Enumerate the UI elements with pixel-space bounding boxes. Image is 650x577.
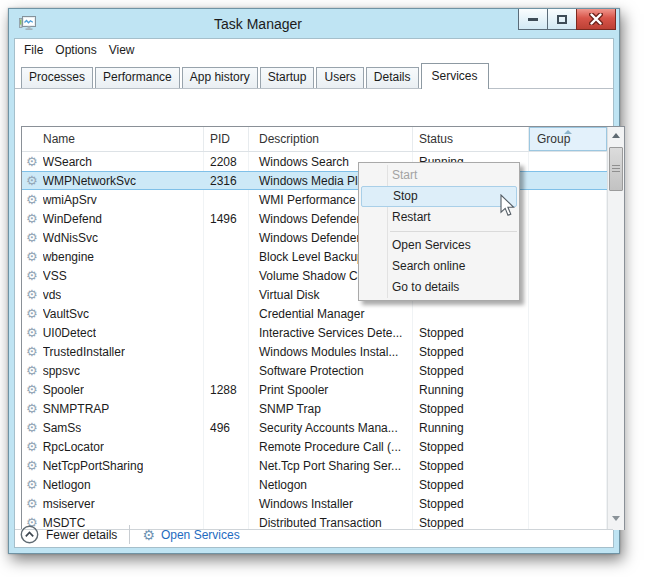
pid-cell xyxy=(204,304,249,323)
group-cell xyxy=(529,266,607,285)
description-cell: Interactive Services Dete... xyxy=(249,323,413,342)
table-row[interactable]: ⚙NetlogonNetlogonStopped xyxy=(22,475,607,494)
service-gear-icon: ⚙ xyxy=(26,193,38,206)
pid-cell xyxy=(204,361,249,380)
tab-services[interactable]: Services xyxy=(421,63,489,89)
group-cell xyxy=(529,418,607,437)
sort-ascending-icon xyxy=(564,130,572,134)
title-bar[interactable]: Task Manager xyxy=(9,9,619,38)
service-gear-icon: ⚙ xyxy=(26,364,38,377)
context-menu-item-stop[interactable]: Stop xyxy=(361,186,517,207)
service-name: WinDefend xyxy=(43,212,102,226)
context-menu-item-restart[interactable]: Restart xyxy=(359,207,519,228)
pid-cell xyxy=(204,266,249,285)
description-cell: Netlogon xyxy=(249,475,413,494)
service-name: Spooler xyxy=(43,383,84,397)
pid-cell xyxy=(204,399,249,418)
context-menu-item-search-online[interactable]: Search online xyxy=(359,256,519,277)
service-name: WMPNetworkSvc xyxy=(43,174,136,188)
group-cell xyxy=(529,361,607,380)
window-title: Task Manager xyxy=(9,16,507,32)
tab-processes[interactable]: Processes xyxy=(21,67,93,88)
scroll-up-button[interactable] xyxy=(608,127,624,144)
pid-cell xyxy=(204,247,249,266)
table-row[interactable]: ⚙Spooler1288Print SpoolerRunning xyxy=(22,380,607,399)
tab-details[interactable]: Details xyxy=(366,67,419,88)
status-cell: Stopped xyxy=(413,361,529,380)
name-cell: ⚙WinDefend xyxy=(22,209,204,228)
column-header-name[interactable]: Name xyxy=(22,127,204,151)
fewer-details-button[interactable]: Fewer details xyxy=(20,525,117,544)
tab-users[interactable]: Users xyxy=(316,67,363,88)
description-cell: Credential Manager xyxy=(249,304,413,323)
table-row[interactable]: ⚙TrustedInstallerWindows Modules Instal.… xyxy=(22,342,607,361)
service-name: wmiApSrv xyxy=(43,193,97,207)
minimize-icon xyxy=(528,18,538,21)
status-cell: Stopped xyxy=(413,456,529,475)
table-row[interactable]: ⚙UI0DetectInteractive Services Dete...St… xyxy=(22,323,607,342)
name-cell: ⚙WdNisSvc xyxy=(22,228,204,247)
scrollbar-thumb[interactable] xyxy=(609,147,623,191)
client-area: FileOptionsView ProcessesPerformanceApp … xyxy=(14,38,614,548)
group-cell xyxy=(529,247,607,266)
scroll-down-button[interactable] xyxy=(608,510,624,527)
name-cell: ⚙Netlogon xyxy=(22,475,204,494)
table-row[interactable]: ⚙SNMPTRAPSNMP TrapStopped xyxy=(22,399,607,418)
maximize-button[interactable] xyxy=(547,9,577,30)
status-bar: Fewer details ⚙ Open Services xyxy=(15,529,613,547)
service-gear-icon: ⚙ xyxy=(26,174,38,187)
column-header-status[interactable]: Status xyxy=(413,127,529,151)
column-header-group[interactable]: Group xyxy=(529,127,607,151)
service-gear-icon: ⚙ xyxy=(26,288,38,301)
name-cell: ⚙SNMPTRAP xyxy=(22,399,204,418)
status-cell: Stopped xyxy=(413,399,529,418)
group-cell xyxy=(529,228,607,247)
group-cell xyxy=(529,456,607,475)
column-header-label: Status xyxy=(419,132,453,146)
gear-icon: ⚙ xyxy=(142,528,155,542)
minimize-button[interactable] xyxy=(518,9,548,30)
close-button[interactable] xyxy=(576,9,616,30)
table-row[interactable]: ⚙RpcLocatorRemote Procedure Call (...Sto… xyxy=(22,437,607,456)
table-row[interactable]: ⚙VaultSvcCredential Manager xyxy=(22,304,607,323)
table-row[interactable]: ⚙NetTcpPortSharingNet.Tcp Port Sharing S… xyxy=(22,456,607,475)
table-row[interactable]: ⚙msiserverWindows InstallerStopped xyxy=(22,494,607,513)
arrow-down-icon xyxy=(612,516,620,521)
tab-app-history[interactable]: App history xyxy=(182,67,258,88)
mouse-cursor xyxy=(500,194,515,217)
menu-options[interactable]: Options xyxy=(49,42,102,61)
column-header-description[interactable]: Description xyxy=(249,127,413,151)
group-cell xyxy=(529,190,607,209)
table-row[interactable]: ⚙SamSs496Security Accounts Mana...Runnin… xyxy=(22,418,607,437)
context-menu-item-go-to-details[interactable]: Go to details xyxy=(359,277,519,298)
service-gear-icon: ⚙ xyxy=(26,345,38,358)
open-services-link[interactable]: ⚙ Open Services xyxy=(142,528,239,542)
context-menu-item-open-services[interactable]: Open Services xyxy=(359,235,519,256)
pid-cell xyxy=(204,190,249,209)
service-name: WSearch xyxy=(43,155,92,169)
service-gear-icon: ⚙ xyxy=(26,326,38,339)
column-header-label: Description xyxy=(259,132,319,146)
group-cell xyxy=(529,437,607,456)
tab-performance[interactable]: Performance xyxy=(95,67,180,88)
open-services-label: Open Services xyxy=(161,528,240,542)
service-name: RpcLocator xyxy=(43,440,104,454)
pid-cell xyxy=(204,494,249,513)
description-cell: Software Protection xyxy=(249,361,413,380)
service-gear-icon: ⚙ xyxy=(26,307,38,320)
group-cell xyxy=(529,380,607,399)
menu-file[interactable]: File xyxy=(18,42,49,61)
group-cell xyxy=(529,285,607,304)
name-cell: ⚙TrustedInstaller xyxy=(22,342,204,361)
tab-startup[interactable]: Startup xyxy=(260,67,315,88)
arrow-up-icon xyxy=(612,133,620,138)
name-cell: ⚙VSS xyxy=(22,266,204,285)
menu-view[interactable]: View xyxy=(103,42,141,61)
service-name: VaultSvc xyxy=(43,307,89,321)
description-cell: Remote Procedure Call (... xyxy=(249,437,413,456)
divider xyxy=(129,525,130,544)
name-cell: ⚙vds xyxy=(22,285,204,304)
vertical-scrollbar[interactable] xyxy=(607,127,624,530)
column-header-pid[interactable]: PID xyxy=(204,127,249,151)
table-row[interactable]: ⚙sppsvcSoftware ProtectionStopped xyxy=(22,361,607,380)
